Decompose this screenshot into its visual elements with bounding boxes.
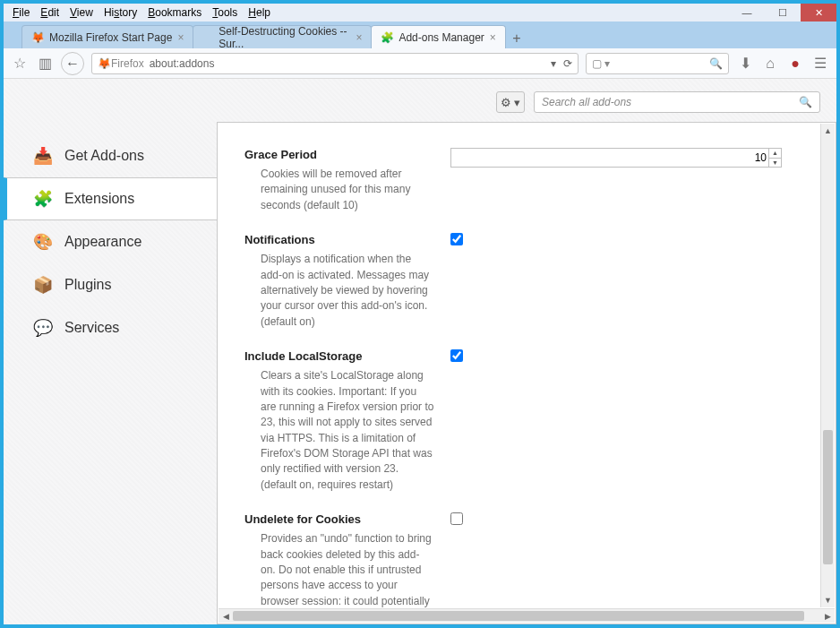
maximize-button[interactable]: ☐: [765, 4, 801, 22]
favicon-firefox-icon: 🦊: [31, 31, 44, 44]
sidebar-item-services[interactable]: 💬 Services: [4, 306, 217, 349]
pref-title: Undelete for Cookies: [244, 512, 434, 526]
abp-icon[interactable]: ●: [786, 55, 804, 73]
sidebar-item-get-addons[interactable]: 📥 Get Add-ons: [4, 134, 217, 177]
back-button[interactable]: ←: [61, 52, 84, 75]
pref-checkbox[interactable]: [450, 512, 463, 525]
browser-search-bar[interactable]: ▢ ▾ 🔍: [586, 53, 729, 74]
sidebar-item-plugins[interactable]: 📦 Plugins: [4, 263, 217, 306]
pref-checkbox[interactable]: [450, 349, 463, 362]
pref-title: Notifications: [244, 233, 434, 246]
addons-search-placeholder: Search all add-ons: [542, 96, 631, 108]
menu-history[interactable]: History: [99, 4, 142, 21]
url-dropdown-icon[interactable]: ▾: [551, 57, 556, 70]
addons-search-input[interactable]: Search all add-ons 🔍: [534, 91, 820, 113]
bookmark-star-icon[interactable]: ☆: [11, 55, 29, 73]
addons-sidebar: 📥 Get Add-ons 🧩 Extensions 🎨 Appearance …: [4, 122, 217, 624]
home-icon[interactable]: ⌂: [761, 55, 779, 73]
scroll-up-icon[interactable]: ▲: [821, 124, 835, 138]
sidebar-item-label: Extensions: [64, 191, 134, 207]
tab-self-destructing-cookies[interactable]: Self-Destructing Cookies -- Sur... ×: [193, 25, 372, 48]
sidebar-item-label: Get Add-ons: [64, 148, 144, 164]
scroll-thumb[interactable]: [823, 430, 833, 564]
pref-description: Displays a notification when the add-on …: [244, 252, 434, 330]
close-button[interactable]: ✕: [801, 4, 836, 22]
addons-tools-button[interactable]: ⚙ ▾: [496, 91, 525, 113]
sidebar-item-label: Appearance: [64, 234, 141, 250]
pref-number-input[interactable]: 10▲▼: [450, 148, 782, 168]
hamburger-menu-icon[interactable]: ☰: [811, 55, 829, 73]
plugins-icon: 📦: [32, 274, 54, 296]
scroll-down-icon[interactable]: ▼: [821, 593, 835, 607]
new-tab-button[interactable]: +: [505, 29, 528, 48]
pref-checkbox[interactable]: [450, 233, 463, 245]
sidebar-item-extensions[interactable]: 🧩 Extensions: [4, 177, 217, 220]
sidebar-item-appearance[interactable]: 🎨 Appearance: [4, 220, 217, 263]
sidebar-item-label: Plugins: [64, 277, 111, 293]
minimize-button[interactable]: —: [729, 4, 765, 22]
identity-firefox-icon: 🦊: [98, 57, 111, 70]
url-bar[interactable]: 🦊 Firefox about:addons ▾ ⟳: [91, 53, 579, 74]
tab-label: Add-ons Manager: [399, 31, 484, 44]
tab-close-icon[interactable]: ×: [356, 31, 362, 44]
menu-view[interactable]: View: [64, 4, 99, 21]
services-icon: 💬: [32, 317, 54, 339]
pref-title: Grace Period: [244, 148, 434, 161]
identity-label: Firefox: [111, 57, 144, 70]
menu-bookmarks[interactable]: Bookmarks: [142, 4, 207, 21]
addons-top-controls: ⚙ ▾ Search all add-ons 🔍: [4, 79, 836, 122]
extensions-icon: 🧩: [32, 188, 54, 210]
sidebar-toggle-icon[interactable]: ▥: [36, 55, 54, 73]
reload-icon[interactable]: ⟳: [563, 57, 572, 70]
spinner-down-icon[interactable]: ▼: [769, 159, 781, 168]
menu-tools[interactable]: Tools: [207, 4, 243, 21]
window-controls: — ☐ ✕: [729, 4, 836, 22]
tab-firefox-start[interactable]: 🦊 Mozilla Firefox Start Page ×: [21, 25, 193, 48]
pref-row: Include LocalStorageClears a site's Loca…: [244, 349, 782, 493]
search-engine-icon[interactable]: ▢ ▾: [592, 57, 610, 70]
tab-addons-manager[interactable]: 🧩 Add-ons Manager ×: [371, 25, 505, 48]
menu-edit[interactable]: Edit: [35, 4, 64, 21]
search-icon[interactable]: 🔍: [709, 57, 723, 70]
sidebar-item-label: Services: [64, 320, 119, 336]
tab-label: Mozilla Firefox Start Page: [49, 31, 172, 44]
pref-row: Undelete for CookiesProvides an "undo" f…: [244, 512, 782, 624]
favicon-blank-icon: [202, 31, 213, 44]
search-icon[interactable]: 🔍: [799, 96, 812, 108]
tab-bar: 🦊 Mozilla Firefox Start Page × Self-Dest…: [4, 22, 836, 48]
favicon-addons-icon: 🧩: [381, 31, 393, 44]
appearance-icon: 🎨: [32, 231, 54, 253]
addons-page: ⚙ ▾ Search all add-ons 🔍 📥 Get Add-ons 🧩…: [4, 79, 836, 624]
addon-detail-panel: Grace PeriodCookies will be removed afte…: [217, 122, 836, 624]
tab-close-icon[interactable]: ×: [177, 31, 184, 44]
tab-close-icon[interactable]: ×: [490, 31, 496, 44]
pref-row: Grace PeriodCookies will be removed afte…: [244, 148, 782, 213]
pref-row: NotificationsDisplays a notification whe…: [244, 233, 782, 330]
spinner-up-icon[interactable]: ▲: [769, 149, 781, 159]
pref-number-value: 10: [755, 151, 767, 164]
menubar: File Edit View History Bookmarks Tools H…: [4, 4, 836, 22]
menu-help[interactable]: Help: [243, 4, 276, 21]
pref-description: Cookies will be removed after remaining …: [244, 167, 434, 213]
downloads-icon[interactable]: ⬇: [736, 55, 754, 73]
tab-label: Self-Destructing Cookies -- Sur...: [219, 25, 350, 50]
scroll-right-icon[interactable]: ▶: [820, 612, 835, 621]
scroll-left-icon[interactable]: ◀: [219, 612, 233, 621]
pref-title: Include LocalStorage: [244, 349, 434, 363]
url-text: about:addons: [150, 57, 215, 70]
vertical-scrollbar[interactable]: ▲ ▼: [820, 124, 835, 607]
scroll-thumb[interactable]: [233, 611, 804, 621]
menu-file[interactable]: File: [7, 4, 35, 21]
pref-description: Clears a site's LocalStorage along with …: [244, 368, 434, 493]
nav-toolbar: ☆ ▥ ← 🦊 Firefox about:addons ▾ ⟳ ▢ ▾ 🔍 ⬇…: [4, 48, 836, 79]
horizontal-scrollbar[interactable]: ◀ ▶: [219, 608, 835, 623]
get-addons-icon: 📥: [32, 145, 54, 167]
